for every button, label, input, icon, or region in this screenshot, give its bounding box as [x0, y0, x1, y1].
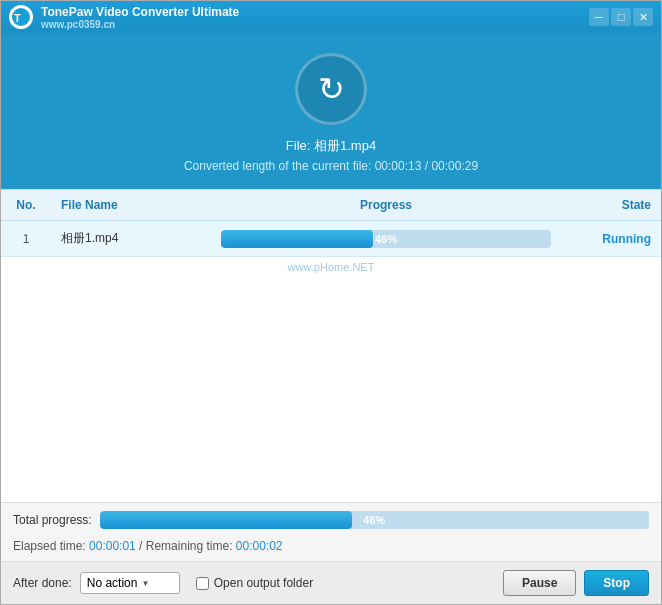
- conversion-header: ↻ File: 相册1.mp4 Converted length of the …: [1, 33, 661, 189]
- no-action-label: No action: [87, 576, 138, 590]
- total-progress-row: Total progress: 46%: [1, 503, 661, 537]
- row-progress-cell: 46%: [211, 222, 561, 256]
- stop-button[interactable]: Stop: [584, 570, 649, 596]
- time-info-row: Elapsed time: 00:00:01 / Remaining time:…: [1, 537, 661, 561]
- elapsed-label: Elapsed time:: [13, 539, 86, 553]
- table-header-row: No. File Name Progress State: [1, 189, 661, 221]
- remaining-label: / Remaining time:: [139, 539, 232, 553]
- table-row: 1 相册1.mp4 46% Running: [1, 221, 661, 257]
- no-action-dropdown[interactable]: No action ▼: [80, 572, 180, 594]
- col-header-filename: File Name: [51, 190, 211, 220]
- progress-bar-container: 46%: [221, 230, 551, 248]
- current-file-info: File: 相册1.mp4: [286, 137, 376, 155]
- bottom-area: Total progress: 46% Elapsed time: 00:00:…: [1, 502, 661, 604]
- app-title: TonePaw Video Converter Ultimate: [41, 5, 589, 19]
- minimize-button[interactable]: ─: [589, 8, 609, 26]
- app-subtitle: www.pc0359.cn: [41, 19, 589, 30]
- col-header-no: No.: [1, 190, 51, 220]
- spinner-container: ↻: [295, 53, 367, 125]
- total-progress-label: Total progress:: [13, 513, 92, 527]
- refresh-icon: ↻: [318, 70, 345, 108]
- watermark-text: www.pHome.NET: [1, 257, 661, 277]
- open-output-checkbox[interactable]: [196, 577, 209, 590]
- app-logo: T: [9, 5, 33, 29]
- progress-percent-label: 46%: [221, 233, 551, 245]
- open-output-checkbox-area[interactable]: Open output folder: [196, 576, 313, 590]
- close-button[interactable]: ✕: [633, 8, 653, 26]
- col-header-state: State: [561, 190, 661, 220]
- open-output-label: Open output folder: [214, 576, 313, 590]
- title-text-area: TonePaw Video Converter Ultimate www.pc0…: [41, 5, 589, 30]
- row-filename: 相册1.mp4: [51, 222, 211, 255]
- main-window: T TonePaw Video Converter Ultimate www.p…: [0, 0, 662, 605]
- file-table: No. File Name Progress State 1 相册1.mp4 4…: [1, 189, 661, 502]
- elapsed-value: 00:00:01: [89, 539, 136, 553]
- after-done-label: After done:: [13, 576, 72, 590]
- col-header-progress: Progress: [211, 190, 561, 220]
- row-state: Running: [561, 224, 661, 254]
- row-number: 1: [1, 224, 51, 254]
- dropdown-arrow-icon: ▼: [141, 579, 149, 588]
- title-bar: T TonePaw Video Converter Ultimate www.p…: [1, 1, 661, 33]
- pause-button[interactable]: Pause: [503, 570, 576, 596]
- window-controls: ─ □ ✕: [589, 8, 653, 26]
- converted-length-info: Converted length of the current file: 00…: [184, 159, 478, 173]
- total-progress-bar-container: 46%: [100, 511, 649, 529]
- maximize-button[interactable]: □: [611, 8, 631, 26]
- total-progress-percent: 46%: [100, 514, 649, 526]
- action-row: After done: No action ▼ Open output fold…: [1, 561, 661, 604]
- svg-text:T: T: [14, 12, 21, 24]
- remaining-value: 00:00:02: [236, 539, 283, 553]
